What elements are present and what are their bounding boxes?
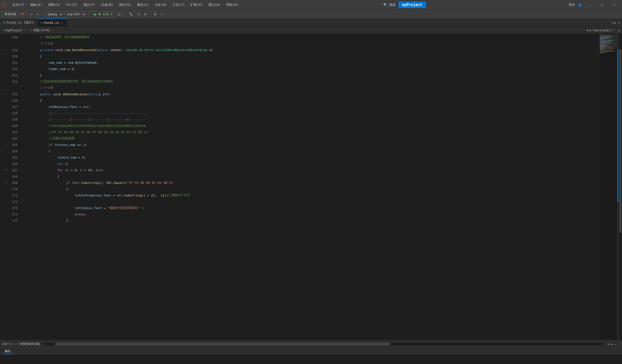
nav-function-dropdown-icon[interactable]: ▾: [614, 29, 615, 32]
tab-scroll-right-icon[interactable]: ▶: [615, 21, 616, 24]
vertical-scrollbar[interactable]: [619, 34, 622, 340]
undo-button[interactable]: ↩: [29, 12, 34, 17]
tab-form1cs-design[interactable]: ⊞ Form1.cs [设计]: [0, 19, 38, 27]
zoom-dropdown-icon[interactable]: ▾: [12, 343, 13, 345]
nav-class-segment[interactable]: ⚡ 高频.Form1 ▾: [29, 28, 55, 33]
gutter-161: 161: [0, 129, 19, 135]
menu-extensions[interactable]: 扩展(X): [188, 2, 205, 8]
zoom-value[interactable]: 119 %: [2, 342, 11, 346]
scroll-arrow-left[interactable]: ◀: [607, 342, 609, 346]
status-check-icon[interactable]: ✓: [15, 342, 17, 346]
code-line-150: {: [22, 53, 599, 59]
code-line-167: for (i = 0; i < 10; i++): [22, 167, 599, 173]
toolbar-breakpoint-icon[interactable]: ⬡: [136, 12, 141, 17]
toolbar-debug2-icon[interactable]: ⚙: [143, 12, 148, 17]
nav-project-segment[interactable]: ⊡ myProject ▾: [2, 28, 27, 33]
code-lines-container[interactable]: // 响应模式时，串口接收数据事件 1 个引用 private void com…: [19, 34, 599, 340]
play-icon: ▶: [94, 12, 97, 16]
app-logo-icon: ⬡: [2, 2, 6, 8]
collapse-169[interactable]: ▾: [4, 181, 8, 184]
code-line-161: //FF 55 00 00 81 01 08 07 08 50 2A 82 D5…: [22, 129, 599, 135]
user-icon[interactable]: 👤: [578, 3, 582, 7]
nav-pin-icon[interactable]: ⊕: [618, 28, 620, 32]
nav-project-dropdown-icon[interactable]: ▾: [24, 29, 25, 32]
gutter-167: ▾ 167: [0, 167, 19, 173]
horizontal-scrollbar-thumb[interactable]: [55, 343, 391, 345]
menu-bar: 文件(F) 编辑(E) 视图(V) Git(G) 项目(P) 生成(B) 调试(…: [10, 2, 241, 8]
close-button[interactable]: ✕: [609, 1, 620, 8]
start-dropdown-icon[interactable]: ▾: [111, 12, 112, 16]
add-feature-button[interactable]: 新增功能: [2, 11, 19, 17]
code-line-175: }: [22, 217, 599, 224]
gutter-171: 171: [0, 192, 19, 198]
nav-class-label: 高频.Form1: [34, 28, 50, 32]
menu-edit[interactable]: 编辑(E): [28, 2, 44, 8]
gutter-150: 150: [0, 53, 19, 59]
nav-class-dropdown-icon[interactable]: ▾: [51, 29, 53, 32]
minimap[interactable]: [599, 34, 619, 340]
collapse-167[interactable]: ▾: [4, 169, 8, 172]
debug-mode-select[interactable]: Debug: [45, 11, 63, 18]
output-panel: 输出: [0, 348, 622, 364]
toolbar-extra-btn1[interactable]: ▷: [117, 11, 122, 17]
menu-debug[interactable]: 调试(D): [117, 2, 133, 8]
gutter-159: 159: [0, 116, 19, 123]
restore-button[interactable]: □: [597, 1, 608, 8]
code-line-170: {: [22, 186, 599, 192]
code-line-171: txtInformation.Text = str.Substring(i + …: [22, 192, 599, 198]
dropdown-arrow[interactable]: ▾: [619, 343, 620, 345]
nav-project-icon: ⊡: [4, 29, 6, 32]
menu-file[interactable]: 文件(F): [10, 2, 27, 8]
redo-button[interactable]: ↪: [35, 12, 40, 17]
nav-function-label[interactable]: ⚙ function1(): [589, 29, 612, 32]
tab-scroll-left-icon[interactable]: ◀: [612, 21, 614, 24]
collapse-155[interactable]: ▾: [4, 93, 8, 96]
menu-project[interactable]: 项目(P): [81, 2, 97, 8]
menu-help[interactable]: 帮助(H): [224, 2, 241, 8]
start-button[interactable]: ▶ ▶ 启动 ▾: [91, 11, 116, 18]
tab-settings-icon[interactable]: ⚙: [618, 21, 620, 24]
edit-action-icon[interactable]: ✏: [615, 342, 617, 346]
title-bar-left: ⬡ 文件(F) 编辑(E) 视图(V) Git(G) 项目(P) 生成(B) 调…: [2, 2, 241, 8]
tab-label-form1cs-design: Form1.cs [设计]: [7, 20, 34, 25]
menu-test[interactable]: 测试(S): [135, 2, 151, 8]
platform-select[interactable]: Any CPU: [64, 11, 86, 18]
code-line-159: //---------1---------2---------3--------…: [22, 116, 599, 123]
gutter-154: 154: [0, 78, 19, 85]
menu-tools[interactable]: 工具(T): [170, 2, 187, 8]
minimize-button[interactable]: —: [584, 1, 596, 8]
zoom-control[interactable]: 119 % ▾: [2, 342, 13, 346]
code-line-160: //01234567890123456789012345678901234567…: [22, 123, 599, 129]
menu-window[interactable]: 窗口(W): [206, 2, 223, 8]
code-line-173: txtStatus.Text = "低频卡信息读取成功！";: [22, 205, 599, 211]
minimap-content: [599, 34, 619, 55]
separator-4: [125, 12, 125, 17]
code-line-149: private void com_DataReceived(object sen…: [22, 47, 599, 53]
menu-view[interactable]: 视图(V): [46, 2, 62, 8]
tab-close-button[interactable]: ✕: [60, 21, 64, 25]
toolbar-more-icon[interactable]: ⋯: [159, 12, 164, 17]
menu-build[interactable]: 生成(B): [99, 2, 116, 8]
toolbar-attach-icon[interactable]: 🔧: [127, 12, 134, 17]
toolbar-layout-icon[interactable]: ⊞: [153, 12, 158, 17]
horizontal-scrollbar[interactable]: [43, 343, 603, 345]
collapse-149[interactable]: ▾: [4, 48, 8, 52]
code-line-ref1: 1 个引用: [22, 40, 599, 47]
scroll-arrow-right[interactable]: ▶: [611, 342, 613, 346]
gutter-157: 157: [0, 104, 19, 110]
main-content: 148 ▾ 149 150 151 152: [0, 34, 622, 340]
collapse-163[interactable]: ▾: [4, 143, 8, 146]
search-box[interactable]: 🔍 搜索: [383, 3, 395, 7]
tab-form1cs[interactable]: ⊡ Form1.cs ✕: [38, 19, 67, 27]
gutter-158: 158: [0, 110, 19, 116]
login-button[interactable]: 登录: [568, 3, 575, 7]
vertical-scrollbar-thumb[interactable]: [619, 49, 621, 233]
menu-analyze[interactable]: 分析(N): [152, 2, 169, 8]
code-line-174: break;: [22, 211, 599, 217]
code-line-157: txtReceive.Text = str;: [22, 104, 599, 110]
code-editor[interactable]: 148 ▾ 149 150 151 152: [0, 34, 622, 340]
menu-git[interactable]: Git(G): [63, 2, 80, 8]
code-line-172: [22, 198, 599, 205]
output-tab[interactable]: 输出: [2, 349, 14, 354]
code-line-165: status_num = 0;: [22, 154, 599, 160]
